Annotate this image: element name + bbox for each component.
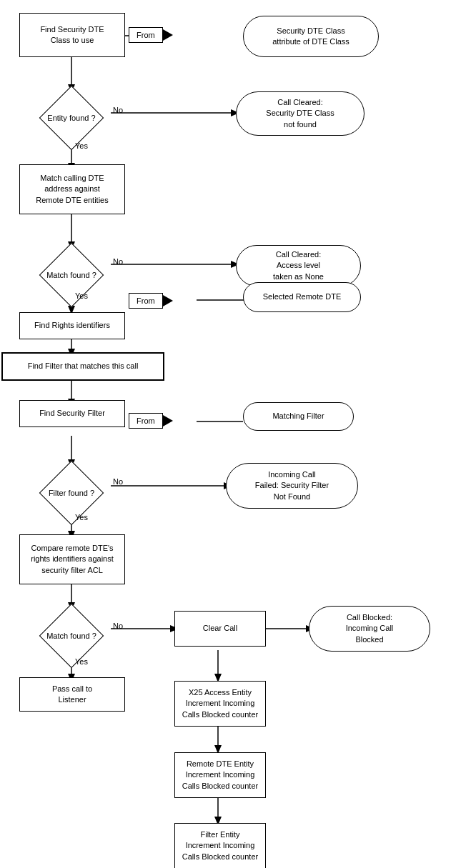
match-found-2-diamond-container: Match found ? (39, 604, 104, 668)
entity-found-diamond-container: Entity found ? (39, 86, 104, 150)
find-security-dte-box: Find Security DTE Class to use (19, 13, 125, 57)
remote-dte-increment-box: Remote DTE Entity Increment Incoming Cal… (174, 752, 266, 798)
matching-filter-box: Matching Filter (243, 402, 354, 431)
call-blocked-box: Call Blocked: Incoming Call Blocked (309, 606, 430, 652)
match-found-1-label: Match found ? (39, 243, 104, 307)
no-label-4: No (113, 622, 123, 630)
call-cleared-not-found-box: Call Cleared: Security DTE Class not fou… (236, 91, 365, 136)
filter-found-label: Filter found ? (39, 461, 104, 525)
call-cleared-access-none-box: Call Cleared: Access level taken as None (236, 245, 361, 286)
match-found-1-diamond-container: Match found ? (39, 243, 104, 307)
entity-found-label: Entity found ? (39, 86, 104, 150)
from-connector-1: From (129, 27, 173, 43)
from-label-1: From (129, 27, 163, 43)
from-connector-2: From (129, 293, 173, 309)
match-found-2-label: Match found ? (39, 604, 104, 668)
compare-rights-box: Compare remote DTE's rights identifiers … (19, 534, 125, 584)
find-security-filter-box: Find Security Filter (19, 400, 125, 427)
no-label-2: No (113, 257, 123, 266)
filter-found-diamond-container: Filter found ? (39, 461, 104, 525)
from-label-2: From (129, 293, 163, 309)
match-calling-dte-box: Match calling DTE address against Remote… (19, 164, 125, 214)
security-dte-class-attr-box: Security DTE Class attribute of DTE Clas… (243, 16, 379, 57)
filter-increment-box: Filter Entity Increment Incoming Calls B… (174, 823, 266, 868)
incoming-call-failed-box: Incoming Call Failed: Security Filter No… (226, 463, 358, 509)
no-label-1: No (113, 106, 123, 114)
x25-increment-box: X25 Access Entity Increment Incoming Cal… (174, 681, 266, 727)
no-label-3: No (113, 477, 123, 486)
from-connector-3: From (129, 413, 173, 429)
selected-remote-dte-box: Selected Remote DTE (243, 282, 361, 312)
clear-call-box: Clear Call (174, 611, 266, 647)
flowchart-diagram: Find Security DTE Class to use From Secu… (0, 0, 476, 868)
find-filter-matches-box: Find Filter that matches this call (1, 352, 164, 381)
from-label-3: From (129, 413, 163, 429)
find-rights-box: Find Rights identifiers (19, 312, 125, 339)
pass-to-listener-box: Pass call to Listener (19, 677, 125, 712)
